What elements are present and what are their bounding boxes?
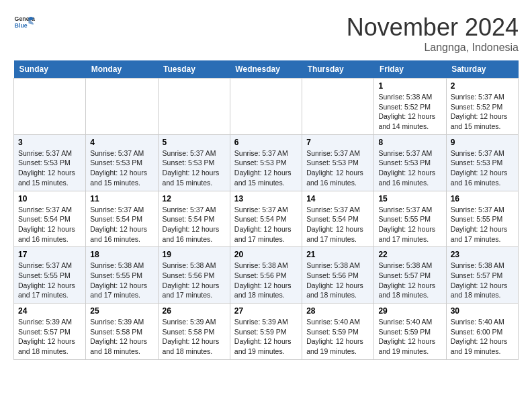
calendar-cell: 24Sunrise: 5:39 AM Sunset: 5:57 PM Dayli… bbox=[14, 304, 86, 360]
calendar-cell: 27Sunrise: 5:39 AM Sunset: 5:59 PM Dayli… bbox=[230, 304, 302, 360]
day-info: Sunrise: 5:37 AM Sunset: 5:54 PM Dayligh… bbox=[90, 205, 153, 244]
calendar-cell: 19Sunrise: 5:38 AM Sunset: 5:56 PM Dayli… bbox=[158, 247, 230, 304]
day-number: 16 bbox=[451, 194, 514, 203]
day-number: 3 bbox=[18, 138, 81, 147]
day-info: Sunrise: 5:37 AM Sunset: 5:54 PM Dayligh… bbox=[18, 205, 81, 244]
day-info: Sunrise: 5:38 AM Sunset: 5:57 PM Dayligh… bbox=[378, 261, 441, 300]
day-number: 20 bbox=[234, 250, 298, 259]
day-info: Sunrise: 5:37 AM Sunset: 5:53 PM Dayligh… bbox=[163, 148, 226, 188]
logo-icon: General Blue bbox=[13, 13, 35, 35]
days-header-row: SundayMondayTuesdayWednesdayThursdayFrid… bbox=[14, 60, 519, 79]
day-info: Sunrise: 5:40 AM Sunset: 5:59 PM Dayligh… bbox=[306, 317, 369, 357]
day-number: 11 bbox=[90, 194, 153, 203]
day-info: Sunrise: 5:39 AM Sunset: 5:58 PM Dayligh… bbox=[90, 317, 153, 357]
day-number: 5 bbox=[163, 138, 226, 147]
calendar-cell bbox=[158, 79, 230, 135]
calendar-cell: 5Sunrise: 5:37 AM Sunset: 5:53 PM Daylig… bbox=[158, 134, 230, 191]
calendar-cell: 13Sunrise: 5:37 AM Sunset: 5:54 PM Dayli… bbox=[230, 191, 302, 247]
day-info: Sunrise: 5:38 AM Sunset: 5:56 PM Dayligh… bbox=[306, 261, 369, 300]
day-number: 21 bbox=[306, 250, 369, 259]
day-header-monday: Monday bbox=[86, 60, 158, 79]
calendar-cell: 6Sunrise: 5:37 AM Sunset: 5:53 PM Daylig… bbox=[230, 134, 302, 191]
day-info: Sunrise: 5:37 AM Sunset: 5:54 PM Dayligh… bbox=[306, 205, 369, 244]
week-row-3: 10Sunrise: 5:37 AM Sunset: 5:54 PM Dayli… bbox=[14, 191, 519, 247]
calendar-cell: 26Sunrise: 5:39 AM Sunset: 5:58 PM Dayli… bbox=[158, 304, 230, 360]
day-number: 23 bbox=[451, 250, 514, 259]
day-number: 18 bbox=[90, 250, 153, 259]
day-number: 12 bbox=[163, 194, 226, 203]
day-header-sunday: Sunday bbox=[14, 60, 86, 79]
calendar-cell: 15Sunrise: 5:37 AM Sunset: 5:55 PM Dayli… bbox=[374, 191, 446, 247]
day-number: 22 bbox=[378, 250, 441, 259]
day-info: Sunrise: 5:37 AM Sunset: 5:53 PM Dayligh… bbox=[451, 148, 514, 188]
day-info: Sunrise: 5:39 AM Sunset: 5:57 PM Dayligh… bbox=[18, 317, 81, 357]
calendar-cell: 22Sunrise: 5:38 AM Sunset: 5:57 PM Dayli… bbox=[374, 247, 446, 304]
calendar-table: SundayMondayTuesdayWednesdayThursdayFrid… bbox=[13, 60, 519, 360]
calendar-cell: 4Sunrise: 5:37 AM Sunset: 5:53 PM Daylig… bbox=[86, 134, 158, 191]
week-row-5: 24Sunrise: 5:39 AM Sunset: 5:57 PM Dayli… bbox=[14, 304, 519, 360]
day-number: 9 bbox=[451, 138, 514, 147]
calendar-cell: 21Sunrise: 5:38 AM Sunset: 5:56 PM Dayli… bbox=[302, 247, 374, 304]
day-number: 17 bbox=[18, 250, 81, 259]
day-number: 6 bbox=[234, 138, 298, 147]
day-info: Sunrise: 5:37 AM Sunset: 5:53 PM Dayligh… bbox=[234, 148, 298, 188]
day-info: Sunrise: 5:37 AM Sunset: 5:55 PM Dayligh… bbox=[378, 205, 441, 244]
day-number: 19 bbox=[163, 250, 226, 259]
day-number: 30 bbox=[451, 306, 514, 316]
day-number: 14 bbox=[306, 194, 369, 203]
calendar-cell: 10Sunrise: 5:37 AM Sunset: 5:54 PM Dayli… bbox=[14, 191, 86, 247]
calendar-cell: 14Sunrise: 5:37 AM Sunset: 5:54 PM Dayli… bbox=[302, 191, 374, 247]
calendar-cell: 18Sunrise: 5:38 AM Sunset: 5:55 PM Dayli… bbox=[86, 247, 158, 304]
calendar-cell bbox=[230, 79, 302, 135]
calendar-cell: 2Sunrise: 5:37 AM Sunset: 5:52 PM Daylig… bbox=[446, 79, 518, 135]
day-info: Sunrise: 5:40 AM Sunset: 6:00 PM Dayligh… bbox=[451, 317, 514, 357]
calendar-cell: 3Sunrise: 5:37 AM Sunset: 5:53 PM Daylig… bbox=[14, 134, 86, 191]
svg-text:Blue: Blue bbox=[15, 22, 28, 29]
day-info: Sunrise: 5:37 AM Sunset: 5:53 PM Dayligh… bbox=[378, 148, 441, 188]
page-header: General Blue November 2024 Langnga, Indo… bbox=[13, 13, 519, 54]
calendar-cell: 7Sunrise: 5:37 AM Sunset: 5:53 PM Daylig… bbox=[302, 134, 374, 191]
day-header-friday: Friday bbox=[374, 60, 446, 79]
day-header-saturday: Saturday bbox=[446, 60, 518, 79]
day-number: 8 bbox=[378, 138, 441, 147]
calendar-cell: 23Sunrise: 5:38 AM Sunset: 5:57 PM Dayli… bbox=[446, 247, 518, 304]
day-number: 4 bbox=[90, 138, 153, 147]
month-title: November 2024 bbox=[347, 13, 519, 42]
day-number: 1 bbox=[378, 81, 441, 91]
day-info: Sunrise: 5:37 AM Sunset: 5:53 PM Dayligh… bbox=[306, 148, 369, 188]
title-block: November 2024 Langnga, Indonesia bbox=[347, 13, 519, 54]
calendar-cell: 9Sunrise: 5:37 AM Sunset: 5:53 PM Daylig… bbox=[446, 134, 518, 191]
day-number: 27 bbox=[234, 306, 298, 316]
week-row-4: 17Sunrise: 5:37 AM Sunset: 5:55 PM Dayli… bbox=[14, 247, 519, 304]
day-info: Sunrise: 5:37 AM Sunset: 5:53 PM Dayligh… bbox=[90, 148, 153, 188]
calendar-cell: 20Sunrise: 5:38 AM Sunset: 5:56 PM Dayli… bbox=[230, 247, 302, 304]
day-number: 7 bbox=[306, 138, 369, 147]
calendar-cell bbox=[86, 79, 158, 135]
day-info: Sunrise: 5:40 AM Sunset: 5:59 PM Dayligh… bbox=[378, 317, 441, 357]
day-number: 26 bbox=[163, 306, 226, 316]
day-number: 13 bbox=[234, 194, 298, 203]
day-info: Sunrise: 5:37 AM Sunset: 5:54 PM Dayligh… bbox=[163, 205, 226, 244]
week-row-1: 1Sunrise: 5:38 AM Sunset: 5:52 PM Daylig… bbox=[14, 79, 519, 135]
day-info: Sunrise: 5:38 AM Sunset: 5:57 PM Dayligh… bbox=[451, 261, 514, 300]
calendar-cell: 16Sunrise: 5:37 AM Sunset: 5:55 PM Dayli… bbox=[446, 191, 518, 247]
day-info: Sunrise: 5:37 AM Sunset: 5:55 PM Dayligh… bbox=[18, 261, 81, 300]
calendar-cell: 8Sunrise: 5:37 AM Sunset: 5:53 PM Daylig… bbox=[374, 134, 446, 191]
calendar-cell bbox=[14, 79, 86, 135]
day-header-tuesday: Tuesday bbox=[158, 60, 230, 79]
day-number: 28 bbox=[306, 306, 369, 316]
calendar-cell: 25Sunrise: 5:39 AM Sunset: 5:58 PM Dayli… bbox=[86, 304, 158, 360]
day-info: Sunrise: 5:39 AM Sunset: 5:59 PM Dayligh… bbox=[234, 317, 298, 357]
day-number: 2 bbox=[451, 81, 514, 91]
calendar-cell: 17Sunrise: 5:37 AM Sunset: 5:55 PM Dayli… bbox=[14, 247, 86, 304]
day-info: Sunrise: 5:38 AM Sunset: 5:56 PM Dayligh… bbox=[163, 261, 226, 300]
day-info: Sunrise: 5:37 AM Sunset: 5:52 PM Dayligh… bbox=[451, 92, 514, 132]
day-number: 25 bbox=[90, 306, 153, 316]
location: Langnga, Indonesia bbox=[347, 42, 519, 54]
day-info: Sunrise: 5:37 AM Sunset: 5:54 PM Dayligh… bbox=[234, 205, 298, 244]
calendar-cell: 29Sunrise: 5:40 AM Sunset: 5:59 PM Dayli… bbox=[374, 304, 446, 360]
day-header-wednesday: Wednesday bbox=[230, 60, 302, 79]
logo: General Blue bbox=[13, 13, 35, 35]
calendar-cell: 12Sunrise: 5:37 AM Sunset: 5:54 PM Dayli… bbox=[158, 191, 230, 247]
day-info: Sunrise: 5:38 AM Sunset: 5:55 PM Dayligh… bbox=[90, 261, 153, 300]
